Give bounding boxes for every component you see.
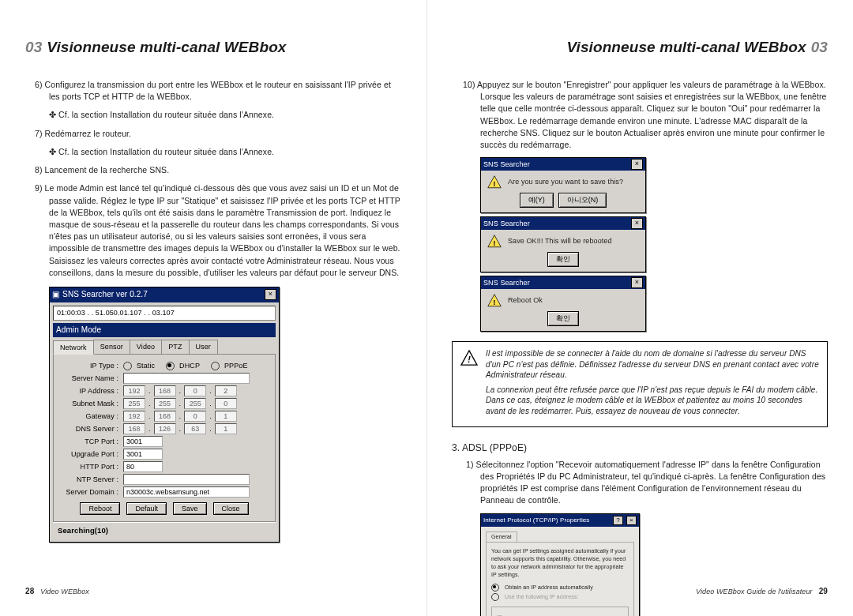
close-icon[interactable]: × [631, 159, 643, 170]
footer-title-right: Video WEBbox Guide de l'utilisateur [696, 587, 813, 597]
row-subnet: Subnet Mask : . . . [58, 398, 270, 409]
warning-icon: ! [487, 294, 502, 306]
chapter-number: 03 [25, 36, 42, 58]
step-9: 9) Le mode Admin est lancé tel qu'indiqu… [25, 182, 401, 279]
close-icon[interactable]: × [626, 516, 637, 525]
close-icon[interactable]: × [631, 218, 643, 229]
ip4[interactable] [215, 385, 237, 396]
ip1[interactable] [123, 385, 145, 396]
reboot-button[interactable]: Reboot [80, 502, 120, 515]
svg-text:!: ! [493, 179, 495, 188]
row-server-domain: Server Domain : [58, 486, 270, 498]
footer-title-left: Video WEBbox [40, 587, 89, 597]
sns-search-strip: 01:00:03 . . 51.050.01.107 . . 03.107 [53, 306, 276, 321]
app-icon: ▣ [52, 289, 59, 301]
tab-video[interactable]: Video [130, 340, 162, 354]
notice-text: Il est impossible de se connecter à l'ai… [486, 348, 819, 420]
tab-network[interactable]: Network [53, 340, 94, 355]
page-spread: 03 Visionneuse multi-canal WEBbox 6) Con… [0, 0, 853, 616]
svg-text:!: ! [468, 355, 471, 366]
close-button[interactable]: Close [213, 502, 249, 515]
http-port-input[interactable] [123, 461, 163, 472]
tab-ptz[interactable]: PTZ [161, 340, 189, 354]
warning-icon: ! [487, 175, 502, 188]
default-button[interactable]: Default [126, 502, 167, 515]
dlg-msg-3: Reboot Ok [508, 295, 543, 306]
dlg-msg-2: Save OK!!! This will be rebooted [508, 236, 612, 246]
ip3[interactable] [184, 385, 206, 396]
close-icon[interactable]: × [631, 277, 643, 288]
tab-general[interactable]: General [486, 531, 517, 543]
running-head-left: 03 Visionneuse multi-canal WEBbox [25, 36, 401, 58]
figure-dialogs: SNS Searcher× ! Are you sure you want to… [480, 157, 646, 332]
tab-sensor[interactable]: Sensor [93, 340, 130, 354]
right-body: 10) Appuyez sur le bouton "Enregistrer" … [452, 79, 828, 616]
label-ip-type: IP Type : [58, 361, 120, 371]
left-body-text: 6) Configurez la transmission du port en… [25, 79, 401, 543]
server-domain-input[interactable] [123, 486, 250, 498]
yes-button[interactable]: 예(Y) [520, 193, 554, 208]
figure-sns-searcher: ▣ SNS Searcher ver 0.2.7 × 01:00:03 . . … [25, 287, 401, 543]
row-ntp: NTP Server : [58, 474, 270, 485]
step-7-note: ✤ Cf. la section Installation du routeur… [49, 146, 401, 158]
page-number-left: 28 [25, 586, 34, 598]
figure-tcpip-properties: Internet Protocol (TCP/IP) Properties?× … [480, 513, 640, 616]
close-icon[interactable]: × [265, 289, 276, 300]
upgrade-port-input[interactable] [123, 449, 163, 460]
sns-status: Searching(10) [53, 522, 276, 539]
step-6-note: ✤ Cf. la section Installation du routeur… [49, 109, 401, 121]
admin-mode-bar: Admin Mode [53, 323, 276, 338]
server-name-input[interactable] [123, 373, 250, 384]
ok-button[interactable]: 확인 [547, 252, 579, 267]
row-gateway: Gateway : . . . [58, 411, 270, 422]
running-head-right: Visionneuse multi-canal WEBbox 03 [452, 36, 828, 58]
page-right: Visionneuse multi-canal WEBbox 03 10) Ap… [426, 0, 853, 616]
page-number-right: 29 [819, 586, 828, 598]
step-8: 8) Lancement de la recherche SNS. [25, 164, 401, 176]
radio-pppoe[interactable] [211, 362, 220, 370]
tcpip-title: Internet Protocol (TCP/IP) Properties [483, 516, 589, 525]
row-upgrade-port: Upgrade Port : [58, 449, 270, 460]
chapter-title: Visionneuse multi-canal WEBbox [47, 36, 286, 58]
row-http-port: HTTP Port : [58, 461, 270, 472]
no-button[interactable]: 아니오(N) [558, 193, 607, 208]
warning-icon: ! [460, 350, 478, 362]
dlg-msg-1: Are you sure you want to save this? [508, 177, 623, 187]
tab-user[interactable]: User [189, 340, 218, 354]
tab-panel-network: IP Type : Static DHCP PPPoE Server Name … [53, 354, 276, 522]
row-dns: DNS Server : . . . [58, 423, 270, 434]
dlg-save-confirm: SNS Searcher× ! Are you sure you want to… [480, 157, 646, 213]
dlg-save-ok: SNS Searcher× ! Save OK!!! This will be … [480, 216, 646, 272]
step-10: 10) Appuyez sur le bouton "Enregistrer" … [452, 79, 828, 151]
footer-left: 28 Video WEBbox [25, 586, 401, 598]
row-server-name: Server Name : [58, 373, 270, 384]
row-ip-type: IP Type : Static DHCP PPPoE [58, 361, 270, 371]
notice-p1: Il est impossible de se connecter à l'ai… [486, 348, 819, 381]
row-tcp-port: TCP Port : [58, 436, 270, 447]
tcpip-desc: You can get IP settings assigned automat… [491, 547, 629, 580]
radio-static[interactable] [123, 362, 132, 370]
ip2[interactable] [154, 385, 176, 396]
ntp-input[interactable] [123, 474, 250, 485]
adsl-step-1: 1) Sélecitonnez l'option "Recevoir autom… [452, 459, 828, 507]
sns-titlebar: ▣ SNS Searcher ver 0.2.7 × [50, 287, 279, 302]
chapter-title-r: Visionneuse multi-canal WEBbox [566, 36, 806, 58]
help-icon[interactable]: ? [613, 516, 623, 525]
tcp-port-input[interactable] [123, 436, 163, 447]
svg-text:!: ! [493, 239, 495, 247]
radio-dhcp[interactable] [166, 362, 175, 370]
warning-icon: ! [487, 235, 502, 247]
step-6: 6) Configurez la transmission du port en… [25, 79, 401, 103]
sns-button-row: Reboot Default Save Close [58, 502, 270, 515]
row-ip-address: IP Address : . . . [58, 385, 270, 396]
warning-notice-box: ! Il est impossible de se connecter à l'… [452, 341, 828, 427]
sns-body: 01:00:03 . . 51.050.01.107 . . 03.107 Ad… [50, 302, 279, 542]
page-left: 03 Visionneuse multi-canal WEBbox 6) Con… [0, 0, 426, 616]
svg-text:!: ! [493, 298, 495, 306]
sns-window: ▣ SNS Searcher ver 0.2.7 × 01:00:03 . . … [49, 287, 280, 543]
sns-tabs: Network Sensor Video PTZ User [53, 340, 276, 354]
dlg-reboot-ok: SNS Searcher× ! Reboot Ok 확인 [480, 276, 646, 332]
ok-button[interactable]: 확인 [547, 311, 579, 326]
save-button[interactable]: Save [173, 502, 207, 515]
step-7: 7) Redémarrez le routeur. [25, 128, 401, 140]
